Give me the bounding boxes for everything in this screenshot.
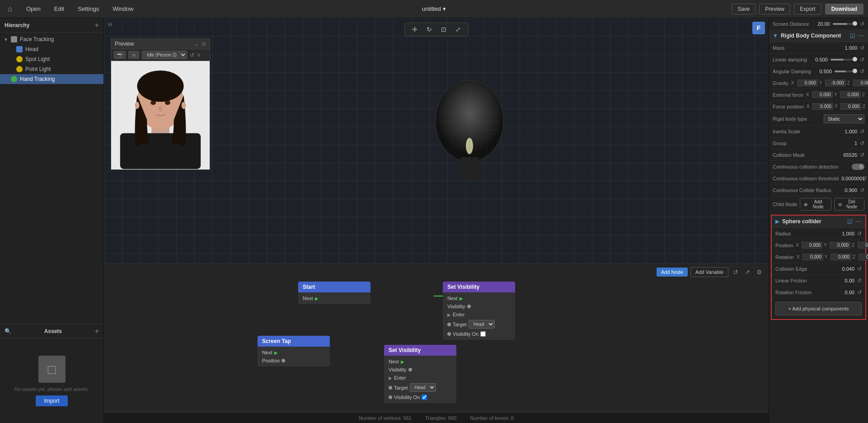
group-reset-icon[interactable]: ↺	[860, 140, 864, 146]
download-button[interactable]: Download	[825, 4, 863, 14]
tree-item-spot-light[interactable]: Spot Light	[0, 54, 103, 64]
title-dropdown[interactable]: untitled ▾	[422, 5, 446, 12]
rigid-body-type-row: Rigid body type Static	[769, 113, 868, 126]
linear-damping-label: Linear damping	[773, 57, 807, 62]
assets-add-icon[interactable]: +	[95, 327, 99, 335]
svg-point-15	[165, 100, 170, 105]
head-label: Head	[25, 46, 38, 52]
add-physical-button[interactable]: + Add physical components	[775, 302, 862, 315]
node-setvis2-body: Next ▶ Visibility ▶ Enter Target Hea	[384, 356, 456, 403]
top-bar: ⌂ Open Edit Settings Window untitled ▾ S…	[0, 0, 868, 18]
cont-threshold-value: 0.0000001	[841, 176, 859, 181]
menu-edit[interactable]: Edit	[52, 4, 67, 14]
transform-tool-icon[interactable]: ⤢	[453, 25, 464, 34]
node-setvis2-vison-checkbox[interactable]	[422, 395, 427, 400]
node-setvis1-enter: ▶ Enter	[443, 310, 515, 319]
screen-distance-reset-icon[interactable]: ↺	[860, 21, 864, 27]
menu-window[interactable]: Window	[110, 4, 136, 14]
tree-expand-arrow: ▼	[4, 37, 8, 42]
ng-export-icon[interactable]: ↗	[743, 268, 752, 277]
collision-edge-reset-icon[interactable]: ↺	[857, 266, 862, 272]
cont-radius-reset-icon[interactable]: ↺	[860, 187, 864, 193]
node-setvis1-enter-arrow: ▶	[447, 312, 451, 317]
rigid-body-checkbox-icon[interactable]: ☑	[850, 33, 855, 39]
slider-thumb	[853, 21, 857, 26]
rigid-body-title: Rigid Body Component	[781, 33, 847, 39]
tree-item-point-light[interactable]: Point Light	[0, 64, 103, 74]
node-setvis1-visibility: Visibility	[443, 302, 515, 310]
hierarchy-add-icon[interactable]: +	[95, 21, 99, 29]
preview-header: Preview ⌄ ⊙	[111, 39, 210, 49]
linear-damping-reset-icon[interactable]: ↺	[860, 56, 864, 63]
force-position-label: Force position	[773, 104, 804, 109]
add-node-button[interactable]: Add Node	[657, 268, 688, 277]
rotation-friction-reset-icon[interactable]: ↺	[857, 289, 862, 296]
assets-panel: 🔍 Assets + ◻ No assets yet, please add a…	[0, 324, 103, 423]
rigid-body-more-icon[interactable]: ⋯	[858, 32, 864, 39]
tree-item-face-tracking[interactable]: ▼ Face Tracking	[0, 34, 103, 44]
head-icon	[16, 46, 23, 52]
external-force-xyz: X 0.000 Y 0.000 Z 0.000	[806, 91, 868, 98]
force-position-xyz: X 0.000 Y 0.000 Z 0.000	[807, 103, 868, 110]
linear-damping-slider[interactable]	[830, 59, 857, 61]
sc-rot-z: 0.000	[859, 254, 868, 260]
title-area: untitled ▾	[145, 5, 722, 12]
collision-mask-reset-icon[interactable]: ↺	[860, 152, 864, 158]
preview-button[interactable]: Preview	[759, 4, 790, 14]
rotate-tool-icon[interactable]: ↻	[424, 25, 435, 34]
preview-close-icon[interactable]: ⊙	[202, 41, 206, 47]
dropdown-icon: ▾	[443, 5, 446, 12]
rigid-body-type-select[interactable]: Static	[824, 114, 864, 123]
radius-reset-icon[interactable]: ↺	[857, 230, 862, 237]
radius-row: Radius 1.000 ↺	[772, 228, 865, 240]
move-tool-icon[interactable]: ✛	[409, 25, 420, 34]
node-setvis2-target-select[interactable]: Head	[410, 383, 436, 392]
scale-tool-icon[interactable]: ⊡	[438, 25, 449, 34]
preview-collapse-icon[interactable]: ⌄	[194, 41, 199, 47]
menu-open[interactable]: Open	[23, 4, 43, 14]
preview-face-button[interactable]: ☺	[128, 51, 139, 59]
node-graph: Add Node Add Variable ↺ ↗ ⚙ Start	[104, 263, 769, 412]
viewport[interactable]: Vi ✛ ↻ ⊡ ⤢ F	[104, 18, 769, 263]
cont-threshold-reset-icon[interactable]: ↺	[862, 175, 867, 182]
mass-reset-icon[interactable]: ↺	[860, 45, 864, 51]
svg-point-13	[137, 70, 183, 102]
ng-settings-icon[interactable]: ⚙	[755, 268, 764, 277]
export-button[interactable]: Export	[794, 4, 821, 14]
menu-settings[interactable]: Settings	[75, 4, 102, 14]
ng-refresh-icon[interactable]: ↺	[731, 268, 740, 277]
cont-collision-toggle[interactable]	[852, 164, 864, 170]
home-icon[interactable]: ⌂	[5, 4, 15, 14]
preview-menu-icon[interactable]: ≡	[197, 52, 200, 58]
inertia-scale-reset-icon[interactable]: ↺	[860, 128, 864, 135]
linear-friction-row: Linear Friction 0.00 ↺	[772, 275, 865, 287]
sphere-collider-checkbox[interactable]: ☑	[847, 218, 853, 225]
sphere-collider-more-icon[interactable]: ⋯	[855, 218, 862, 225]
preview-mode-select[interactable]: Idle (Person 2)	[142, 51, 187, 59]
sphere-collider-expand-icon[interactable]: ▶	[775, 218, 779, 225]
add-node-child-button[interactable]: ⊕ Add Node	[800, 198, 831, 211]
tree-item-hand-tracking[interactable]: Hand Tracking	[0, 74, 103, 84]
node-setvis1-vison-checkbox[interactable]	[480, 331, 486, 337]
collision-edge-value: 0.040	[836, 266, 854, 272]
add-variable-button[interactable]: Add Variable	[690, 267, 728, 277]
linear-friction-reset-icon[interactable]: ↺	[857, 277, 862, 284]
node-setvis1-target-select[interactable]: Head	[469, 320, 495, 329]
preview-cam-button[interactable]: 📷	[114, 51, 126, 59]
point-light-label: Point Light	[25, 66, 51, 72]
save-button[interactable]: Save	[732, 4, 755, 14]
preview-refresh-icon[interactable]: ↺	[190, 52, 194, 58]
spot-light-label: Spot Light	[25, 56, 50, 62]
rigid-body-expand-icon[interactable]: ▼	[773, 33, 778, 39]
angular-damping-slider[interactable]	[835, 70, 857, 72]
spot-light-icon	[16, 56, 23, 62]
angular-damping-reset-icon[interactable]: ↺	[860, 68, 864, 75]
left-panel: Hierarchy + ▼ Face Tracking Head Spot Li…	[0, 18, 104, 423]
screen-distance-slider[interactable]	[833, 23, 857, 25]
angular-damping-row: Angular Damping 0.500 ↺	[769, 66, 868, 77]
point-light-icon	[16, 66, 23, 72]
tree-item-head[interactable]: Head	[0, 44, 103, 54]
node-setvis1-next: Next ▶	[443, 294, 515, 302]
del-node-child-button[interactable]: ⊖ Del Node	[834, 198, 864, 211]
import-button[interactable]: Import	[36, 395, 67, 406]
